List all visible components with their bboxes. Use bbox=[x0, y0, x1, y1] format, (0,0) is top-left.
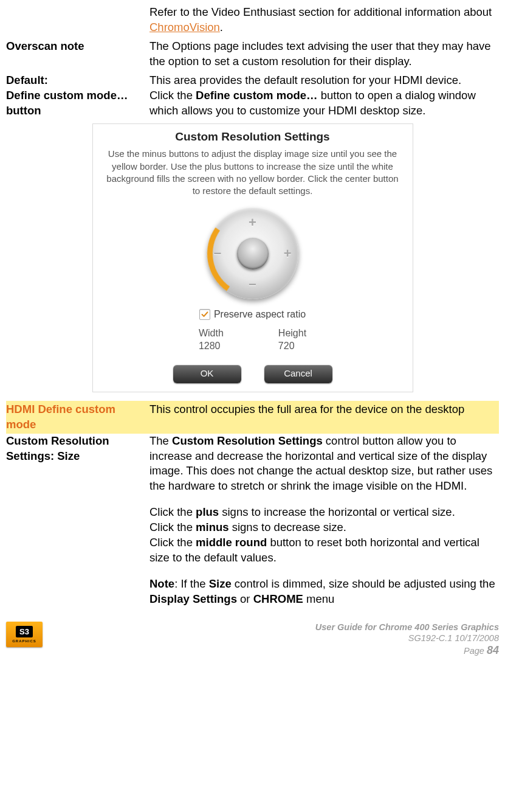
cancel-button[interactable]: Cancel bbox=[264, 365, 332, 383]
crs-p2-pre: Click the bbox=[149, 505, 196, 518]
crs-body: The Custom Resolution Settings control b… bbox=[149, 434, 499, 608]
footer-text: User Guide for Chrome 400 Series Graphic… bbox=[49, 622, 499, 658]
crs-note-b3: Display Settings bbox=[149, 592, 237, 605]
crs-p1-bold: Custom Resolution Settings bbox=[172, 434, 323, 447]
crs-note-b1: Note bbox=[149, 577, 174, 590]
dpad-center-reset-button[interactable] bbox=[237, 238, 269, 269]
dialog-title: Custom Resolution Settings bbox=[104, 129, 402, 145]
width-value: 1280 bbox=[199, 340, 224, 353]
overscan-text: The Options page includes text advising … bbox=[149, 39, 499, 69]
dialog-figure: Custom Resolution Settings Use the minus… bbox=[6, 123, 499, 392]
crs-p1-pre: The bbox=[149, 434, 172, 447]
hdmi-define-body: This control occupies the full area for … bbox=[149, 401, 499, 434]
checkmark-icon bbox=[201, 311, 208, 318]
ok-button[interactable]: OK bbox=[173, 365, 241, 383]
crs-p2-bold: plus bbox=[196, 505, 219, 518]
dialog-help-text: Use the minus buttons to adjust the disp… bbox=[104, 148, 402, 197]
crs-p3-bold: minus bbox=[196, 521, 228, 533]
footer-page-number: 84 bbox=[487, 644, 499, 656]
dpad-minus-horizontal-icon[interactable]: − bbox=[214, 247, 222, 260]
preserve-aspect-label: Preserve aspect ratio bbox=[214, 308, 306, 321]
height-label: Height bbox=[278, 327, 306, 340]
crs-note-b2: Size bbox=[209, 577, 232, 590]
footer-docinfo: SG192-C.1 10/17/2008 bbox=[49, 633, 499, 644]
hdmi-define-heading-row: HDMI Define custom mode This control occ… bbox=[6, 401, 499, 434]
define-text-pre: Click the bbox=[149, 89, 196, 102]
custom-resolution-dialog: Custom Resolution Settings Use the minus… bbox=[92, 123, 413, 392]
default-text: This area provides the default resolutio… bbox=[149, 74, 461, 86]
default-label: Default: bbox=[6, 73, 149, 88]
width-label: Width bbox=[199, 327, 224, 340]
page-footer: S3 GRAPHICS User Guide for Chrome 400 Se… bbox=[6, 622, 499, 658]
intro-text-post: . bbox=[220, 21, 223, 33]
footer-page-label: Page bbox=[464, 646, 487, 656]
crs-p4-bold: middle round bbox=[196, 536, 267, 549]
dpad-plus-horizontal-icon[interactable]: + bbox=[284, 247, 292, 260]
resize-dpad-control[interactable]: + − − + bbox=[207, 208, 298, 299]
crs-label: Custom Resolution Settings: Size bbox=[6, 434, 149, 608]
crs-p3-post: signs to decrease size. bbox=[229, 521, 346, 533]
intro-body: Refer to the Video Enthusiast section fo… bbox=[149, 5, 499, 35]
crs-note-m3: or bbox=[237, 592, 253, 605]
dpad-plus-vertical-icon[interactable]: + bbox=[249, 216, 256, 229]
define-bold: Define custom mode… bbox=[196, 89, 317, 102]
width-readout: Width 1280 bbox=[199, 327, 224, 353]
crs-p2-post: signs to increase the horizontal or vert… bbox=[219, 505, 455, 518]
s3-logo-sub: GRAPHICS bbox=[12, 639, 36, 644]
crs-note-b4: CHROME bbox=[253, 592, 303, 605]
hdmi-define-label: HDMI Define custom mode bbox=[6, 401, 149, 434]
crs-p4-pre: Click the bbox=[149, 536, 196, 549]
dpad-minus-vertical-icon[interactable]: − bbox=[249, 278, 256, 291]
footer-title: User Guide for Chrome 400 Series Graphic… bbox=[49, 622, 499, 633]
s3-logo-text: S3 bbox=[16, 626, 33, 637]
s3-logo: S3 GRAPHICS bbox=[6, 622, 43, 647]
crs-note-post: menu bbox=[303, 592, 334, 605]
height-value: 720 bbox=[278, 340, 306, 353]
overscan-label: Overscan note bbox=[6, 39, 149, 69]
height-readout: Height 720 bbox=[278, 327, 306, 353]
preserve-aspect-checkbox[interactable] bbox=[199, 309, 210, 320]
overscan-body: The Options page includes text advising … bbox=[149, 39, 499, 69]
crs-note-m2: control is dimmed, size should be adjust… bbox=[232, 577, 495, 590]
default-body: This area provides the default resolutio… bbox=[149, 73, 499, 88]
crs-note-m1: : If the bbox=[174, 577, 209, 590]
crs-p3-pre: Click the bbox=[149, 521, 196, 533]
intro-label-empty bbox=[6, 5, 149, 35]
define-label: Define custom mode… button bbox=[6, 88, 149, 119]
intro-text-pre: Refer to the Video Enthusiast section fo… bbox=[149, 5, 492, 18]
chromovision-link[interactable]: ChromoVision bbox=[149, 21, 220, 33]
define-body: Click the Define custom mode… button to … bbox=[149, 88, 499, 119]
